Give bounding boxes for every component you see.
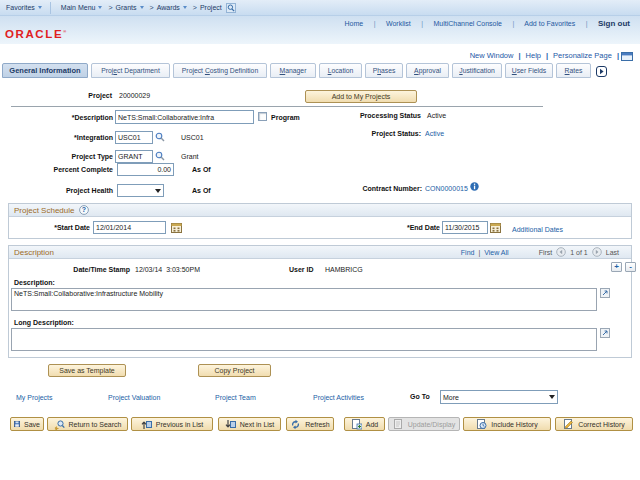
project-health-select[interactable] (117, 184, 164, 197)
end-date-label: *End Date (370, 224, 440, 231)
previous-in-list-button[interactable]: Previous in List (131, 417, 213, 431)
percent-complete-input[interactable]: 0.00 (117, 163, 174, 176)
return-to-search-button[interactable]: Return to Search (47, 417, 128, 431)
save-icon (14, 419, 20, 429)
worklist-link[interactable]: Worklist (386, 20, 411, 27)
link-separator: | (546, 51, 548, 60)
header-band: Home | Worklist | MultiChannel Console |… (0, 16, 640, 44)
help-link[interactable]: Help (526, 51, 541, 60)
project-type-input[interactable]: GRANT (115, 150, 153, 163)
link-separator: | (518, 51, 520, 60)
prev-row-icon[interactable] (556, 247, 566, 257)
tab-general-information[interactable]: General Information (2, 63, 88, 78)
breadcrumb-favorites[interactable]: Favorites (6, 4, 42, 11)
my-projects-link[interactable]: My Projects (16, 394, 53, 401)
help-icon[interactable]: ? (79, 205, 89, 215)
contract-number-link[interactable]: CON0000015 (425, 185, 468, 192)
datetime-stamp-value: 12/03/14 3:03:50PM (135, 266, 200, 273)
correct-history-label: Correct History (578, 421, 625, 428)
tab-rates[interactable]: Rates (556, 63, 591, 78)
utility-links: New Window | Help | Personalize Page | (467, 51, 633, 61)
add-to-favorites-link[interactable]: Add to Favorites (524, 20, 575, 27)
as-of-label-2: As Of (192, 187, 211, 194)
previous-in-list-icon (141, 419, 152, 430)
breadcrumb-awards[interactable]: Awards (157, 4, 187, 11)
project-activities-link[interactable]: Project Activities (313, 394, 364, 401)
save-as-template-button[interactable]: Save as Template (48, 364, 126, 377)
tab-project-costing-definition[interactable]: Project Costing Definition (173, 63, 267, 78)
project-type-desc: Grant (181, 153, 199, 160)
project-id-value: 20000029 (119, 92, 150, 99)
project-team-link[interactable]: Project Team (215, 394, 256, 401)
tab-phases[interactable]: Phases (365, 63, 403, 78)
breadcrumb-project-label: Project (200, 4, 222, 11)
correct-history-button[interactable]: Correct History (555, 417, 633, 431)
info-icon[interactable] (470, 182, 479, 191)
end-date-calendar-icon[interactable] (490, 222, 501, 233)
add-button[interactable]: Add (344, 417, 385, 431)
copy-project-button[interactable]: Copy Project (198, 364, 271, 377)
window-icon[interactable] (621, 51, 633, 61)
goto-select[interactable]: More (440, 390, 558, 404)
tab-overflow-arrow-icon[interactable] (596, 66, 607, 77)
start-date-calendar-icon[interactable] (171, 222, 182, 233)
view-all-link[interactable]: View All (484, 249, 508, 256)
program-checkbox[interactable] (258, 112, 267, 121)
additional-dates-link[interactable]: Additional Dates (512, 226, 563, 233)
tab-bar: General Information Project Department P… (2, 63, 607, 78)
project-valuation-link[interactable]: Project Valuation (108, 394, 160, 401)
previous-in-list-label: Previous in List (156, 421, 203, 428)
link-separator: | (374, 20, 376, 27)
breadcrumb-chevron: > (150, 4, 154, 11)
project-health-label: Project Health (23, 187, 113, 194)
tab-manager[interactable]: Manager (270, 63, 316, 78)
project-type-label: Project Type (23, 153, 113, 160)
integration-lookup-icon[interactable] (155, 132, 165, 142)
pagination-bar: Find | View All First 1 of 1 (461, 247, 619, 257)
personalize-page-link[interactable]: Personalize Page (553, 51, 612, 60)
project-type-lookup-icon[interactable] (155, 151, 165, 161)
add-to-my-projects-button[interactable]: Add to My Projects (305, 90, 417, 103)
tab-label: User Fields (512, 67, 546, 74)
breadcrumb-project[interactable]: Project (200, 4, 222, 11)
tab-location[interactable]: Location (319, 63, 362, 78)
multichannel-console-link[interactable]: MultiChannel Console (433, 20, 501, 27)
tab-label: Project Costing Definition (182, 67, 258, 74)
search-icon[interactable] (226, 3, 236, 13)
breadcrumb-grants[interactable]: Grants (116, 4, 144, 11)
description-textarea[interactable]: NeTS:Small:Collaborative:Infrastructure … (11, 288, 597, 311)
tab-label: Manager (280, 67, 307, 74)
next-row-icon[interactable] (592, 247, 602, 257)
integration-input[interactable]: USC01 (115, 131, 153, 144)
sign-out-link[interactable]: Sign out (598, 19, 630, 28)
find-link[interactable]: Find (461, 249, 475, 256)
start-date-input[interactable]: 12/01/2014 (93, 221, 166, 234)
tab-justification[interactable]: Justification (452, 63, 502, 78)
new-window-link[interactable]: New Window (470, 51, 514, 60)
save-button[interactable]: Save (10, 417, 44, 431)
add-row-button[interactable]: + (611, 262, 622, 272)
next-in-list-button[interactable]: Next in List (218, 417, 281, 431)
processing-status-value: Active (427, 112, 446, 119)
breadcrumb-main-menu[interactable]: Main Menu (61, 4, 103, 11)
description-input[interactable]: NeTS:Small:Collaborative:Infra (115, 110, 254, 124)
description-label: *Description (23, 114, 113, 121)
tab-user-fields[interactable]: User Fields (505, 63, 553, 78)
tab-project-department[interactable]: Project Department (91, 63, 170, 78)
separator-rule (11, 106, 543, 107)
delete-row-button[interactable]: - (625, 262, 636, 272)
integration-desc: USC01 (181, 134, 204, 141)
project-status-link[interactable]: Active (425, 130, 444, 137)
breadcrumb: Favorites Main Menu > Grants > Awards > … (0, 0, 640, 16)
home-link[interactable]: Home (345, 20, 364, 27)
next-in-list-label: Next in List (240, 421, 275, 428)
update-display-label: Update/Display (408, 421, 455, 428)
expand-long-description-icon[interactable] (600, 328, 610, 338)
program-label: Program (271, 114, 300, 121)
end-date-input[interactable]: 11/30/2015 (442, 221, 488, 234)
tab-approval[interactable]: Approval (406, 63, 449, 78)
refresh-button[interactable]: Refresh (286, 417, 334, 431)
long-description-textarea[interactable] (11, 328, 597, 351)
expand-description-icon[interactable] (600, 288, 610, 298)
include-history-button[interactable]: Include History (463, 417, 551, 431)
